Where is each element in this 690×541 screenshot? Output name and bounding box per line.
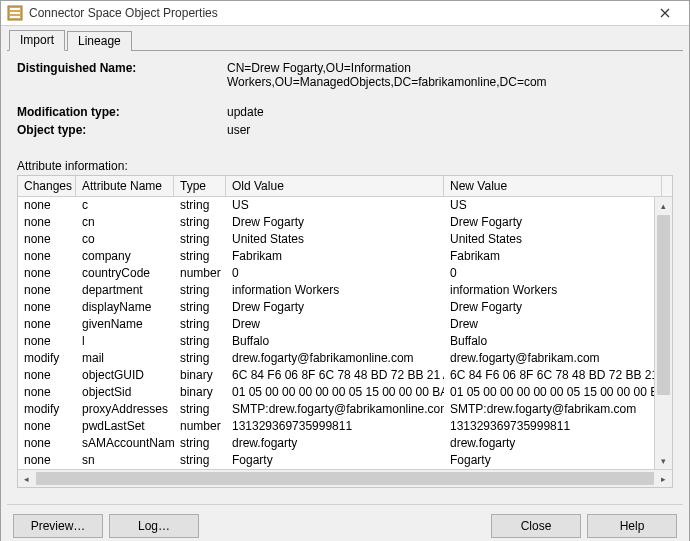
cell-type: number bbox=[174, 265, 226, 282]
cell-old: 6C 84 F6 06 8F 6C 78 48 BD 72 BB 21 AF… bbox=[226, 367, 444, 384]
cell-changes: none bbox=[18, 367, 76, 384]
objtype-label: Object type: bbox=[17, 123, 227, 137]
table-row[interactable]: nonecountryCodenumber00 bbox=[18, 265, 672, 282]
table-row[interactable]: modifymailstringdrew.fogarty@fabrikamonl… bbox=[18, 350, 672, 367]
cell-changes: modify bbox=[18, 401, 76, 418]
table-row[interactable]: nonesAMAccountNamestringdrew.fogartydrew… bbox=[18, 435, 672, 452]
table-row[interactable]: nonecnstringDrew FogartyDrew Fogarty bbox=[18, 214, 672, 231]
cell-new: SMTP:drew.fogarty@fabrikam.com bbox=[444, 401, 662, 418]
cell-changes: none bbox=[18, 231, 76, 248]
col-header-type[interactable]: Type bbox=[174, 176, 226, 196]
scroll-right-icon[interactable]: ▸ bbox=[655, 470, 672, 487]
table-row[interactable]: noneobjectGUIDbinary6C 84 F6 06 8F 6C 78… bbox=[18, 367, 672, 384]
cell-changes: none bbox=[18, 418, 76, 435]
col-header-changes[interactable]: Changes bbox=[18, 176, 76, 196]
hscroll-thumb[interactable] bbox=[36, 472, 654, 485]
scroll-down-icon[interactable]: ▾ bbox=[655, 452, 672, 469]
cell-type: string bbox=[174, 231, 226, 248]
horizontal-scrollbar[interactable]: ◂ ▸ bbox=[18, 469, 672, 487]
cell-new: information Workers bbox=[444, 282, 662, 299]
cell-old: Buffalo bbox=[226, 333, 444, 350]
cell-attr: cn bbox=[76, 214, 174, 231]
close-icon[interactable] bbox=[645, 1, 685, 25]
cell-new: Buffalo bbox=[444, 333, 662, 350]
cell-attr: proxyAddresses bbox=[76, 401, 174, 418]
tab-row: Import Lineage bbox=[1, 26, 689, 50]
cell-old: 0 bbox=[226, 265, 444, 282]
close-button[interactable]: Close bbox=[491, 514, 581, 538]
cell-new: drew.fogarty bbox=[444, 435, 662, 452]
cell-attr: company bbox=[76, 248, 174, 265]
scroll-left-icon[interactable]: ◂ bbox=[18, 470, 35, 487]
table-row[interactable]: nonepwdLastSetnumber13132936973599981113… bbox=[18, 418, 672, 435]
vscroll-thumb[interactable] bbox=[657, 215, 670, 395]
cell-new: Drew Fogarty bbox=[444, 214, 662, 231]
col-header-new[interactable]: New Value bbox=[444, 176, 662, 196]
table-row[interactable]: nonesnstringFogartyFogarty bbox=[18, 452, 672, 469]
cell-old: US bbox=[226, 197, 444, 214]
table-row[interactable]: nonecstringUSUS bbox=[18, 197, 672, 214]
cell-new: drew.fogarty@fabrikam.com bbox=[444, 350, 662, 367]
cell-attr: givenName bbox=[76, 316, 174, 333]
tab-lineage[interactable]: Lineage bbox=[67, 31, 132, 51]
log-button[interactable]: Log… bbox=[109, 514, 199, 538]
cell-changes: none bbox=[18, 435, 76, 452]
table-row[interactable]: nonecostringUnited StatesUnited States bbox=[18, 231, 672, 248]
cell-new: US bbox=[444, 197, 662, 214]
cell-changes: none bbox=[18, 214, 76, 231]
grid-body[interactable]: nonecstringUSUSnonecnstringDrew FogartyD… bbox=[18, 197, 672, 469]
cell-changes: none bbox=[18, 333, 76, 350]
cell-type: string bbox=[174, 316, 226, 333]
modtype-row: Modification type: update bbox=[17, 105, 673, 119]
cell-old: drew.fogarty bbox=[226, 435, 444, 452]
cell-old: SMTP:drew.fogarty@fabrikamonline.com bbox=[226, 401, 444, 418]
cell-type: string bbox=[174, 452, 226, 469]
table-row[interactable]: nonedisplayNamestringDrew FogartyDrew Fo… bbox=[18, 299, 672, 316]
cell-old: Drew bbox=[226, 316, 444, 333]
col-header-old[interactable]: Old Value bbox=[226, 176, 444, 196]
tab-import[interactable]: Import bbox=[9, 30, 65, 51]
titlebar: Connector Space Object Properties bbox=[1, 1, 689, 26]
cell-attr: mail bbox=[76, 350, 174, 367]
vertical-scrollbar[interactable]: ▴ ▾ bbox=[654, 197, 672, 469]
help-button[interactable]: Help bbox=[587, 514, 677, 538]
cell-type: string bbox=[174, 401, 226, 418]
cell-changes: none bbox=[18, 384, 76, 401]
cell-attr: countryCode bbox=[76, 265, 174, 282]
svg-rect-3 bbox=[10, 16, 20, 18]
cell-type: binary bbox=[174, 384, 226, 401]
svg-rect-1 bbox=[10, 8, 20, 10]
preview-button[interactable]: Preview… bbox=[13, 514, 103, 538]
cell-attr: pwdLastSet bbox=[76, 418, 174, 435]
cell-old: information Workers bbox=[226, 282, 444, 299]
modtype-label: Modification type: bbox=[17, 105, 227, 119]
dialog-window: Connector Space Object Properties Import… bbox=[0, 0, 690, 541]
cell-new: Drew Fogarty bbox=[444, 299, 662, 316]
cell-attr: sn bbox=[76, 452, 174, 469]
cell-new: Drew bbox=[444, 316, 662, 333]
cell-old: Drew Fogarty bbox=[226, 214, 444, 231]
table-row[interactable]: modifyproxyAddressesstringSMTP:drew.foga… bbox=[18, 401, 672, 418]
cell-attr: co bbox=[76, 231, 174, 248]
cell-attr: displayName bbox=[76, 299, 174, 316]
app-icon bbox=[7, 5, 23, 21]
cell-new: Fogarty bbox=[444, 452, 662, 469]
cell-type: string bbox=[174, 248, 226, 265]
cell-old: 131329369735999811 bbox=[226, 418, 444, 435]
table-row[interactable]: nonecompanystringFabrikamFabrikam bbox=[18, 248, 672, 265]
cell-changes: none bbox=[18, 316, 76, 333]
scroll-up-icon[interactable]: ▴ bbox=[655, 197, 672, 214]
cell-old: Fabrikam bbox=[226, 248, 444, 265]
col-header-attribute[interactable]: Attribute Name bbox=[76, 176, 174, 196]
table-row[interactable]: nonelstringBuffaloBuffalo bbox=[18, 333, 672, 350]
cell-type: string bbox=[174, 197, 226, 214]
cell-changes: none bbox=[18, 197, 76, 214]
table-row[interactable]: noneobjectSidbinary01 05 00 00 00 00 00 … bbox=[18, 384, 672, 401]
cell-type: number bbox=[174, 418, 226, 435]
modtype-value: update bbox=[227, 105, 673, 119]
table-row[interactable]: nonegivenNamestringDrewDrew bbox=[18, 316, 672, 333]
table-row[interactable]: nonedepartmentstringinformation Workersi… bbox=[18, 282, 672, 299]
cell-changes: none bbox=[18, 265, 76, 282]
window-title: Connector Space Object Properties bbox=[29, 6, 645, 20]
attribute-info-label: Attribute information: bbox=[17, 159, 673, 173]
